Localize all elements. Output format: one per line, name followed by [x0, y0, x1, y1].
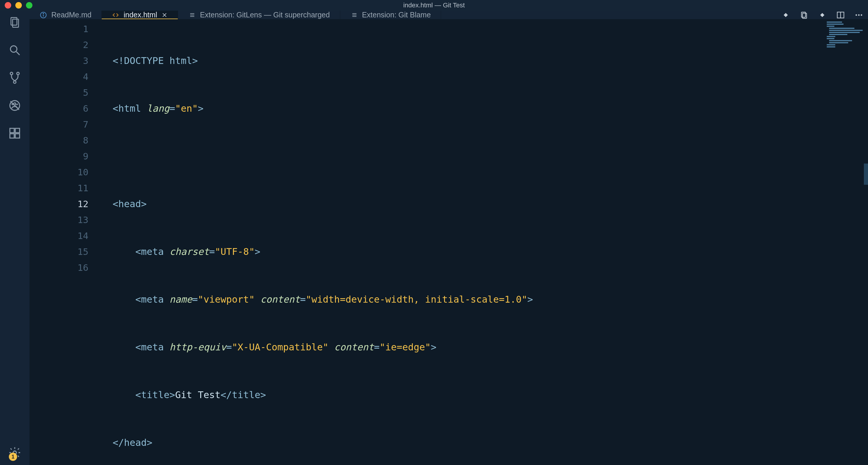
line-number: 1	[30, 21, 88, 37]
editor-main: ReadMe.md index.html Extension: GitLens …	[30, 11, 868, 465]
line-number: 7	[30, 117, 88, 132]
tab-readme[interactable]: ReadMe.md	[30, 11, 102, 19]
search-icon[interactable]	[8, 43, 22, 57]
line-number: 6	[30, 100, 88, 117]
svg-rect-26	[784, 13, 788, 17]
svg-point-17	[43, 13, 44, 14]
svg-rect-29	[820, 13, 824, 17]
line-number: 15	[30, 244, 88, 260]
window-title: index.html — Git Test	[0, 1, 868, 9]
settings-badge: 1	[9, 453, 17, 461]
line-number: 13	[30, 212, 88, 228]
code-icon	[112, 11, 119, 19]
svg-rect-13	[16, 129, 20, 133]
svg-point-2	[10, 46, 17, 52]
svg-point-33	[858, 14, 860, 15]
line-number-gutter: 1 2 3 4 5 6 7 8 9 10 11 12 13 14 15 16	[30, 19, 98, 465]
settings-gear-icon[interactable]: 1	[8, 445, 22, 460]
code-line: <meta charset="UTF-8">	[98, 244, 868, 260]
explorer-icon[interactable]	[8, 15, 22, 30]
code-area[interactable]: <!DOCTYPE html> <html lang="en"> <head> …	[98, 19, 868, 465]
svg-point-34	[861, 14, 862, 15]
line-number: 5	[30, 85, 88, 100]
editor-actions	[781, 11, 864, 19]
svg-rect-12	[16, 134, 20, 138]
tab-gitlens[interactable]: Extension: GitLens — Git supercharged	[178, 11, 340, 19]
svg-rect-10	[10, 129, 14, 133]
tab-gitblame[interactable]: Extension: Git Blame	[340, 11, 441, 19]
line-number: 11	[30, 180, 88, 196]
code-line: <title>Git Test</title>	[98, 387, 868, 403]
split-icon[interactable]	[836, 10, 846, 20]
list-icon	[188, 11, 196, 19]
overview-ruler-mark	[864, 164, 868, 185]
code-line: </head>	[98, 435, 868, 451]
line-number: 8	[30, 132, 88, 148]
line-number: 12	[30, 196, 88, 212]
tab-bar: ReadMe.md index.html Extension: GitLens …	[30, 11, 868, 19]
svg-rect-11	[10, 134, 14, 138]
svg-rect-0	[11, 18, 17, 25]
info-icon	[39, 11, 47, 19]
svg-point-9	[13, 103, 16, 105]
activity-bar: 1	[0, 11, 30, 465]
scm-icon[interactable]	[8, 71, 22, 85]
line-number: 9	[30, 148, 88, 164]
line-number: 2	[30, 37, 88, 53]
window-titlebar: index.html — Git Test	[0, 0, 868, 11]
code-line: <html lang="en">	[98, 100, 868, 117]
editor[interactable]: 1 2 3 4 5 6 7 8 9 10 11 12 13 14 15 16 <…	[30, 19, 868, 465]
svg-point-4	[10, 72, 13, 74]
tab-label: Extension: Git Blame	[362, 11, 431, 19]
svg-rect-1	[13, 19, 19, 27]
debug-icon[interactable]	[8, 98, 22, 112]
tab-label: Extension: GitLens — Git supercharged	[200, 11, 330, 19]
line-number: 10	[30, 164, 88, 180]
diamond2-icon[interactable]	[817, 10, 827, 20]
workbench: 1 ReadMe.md index.html	[0, 11, 868, 465]
extensions-icon[interactable]	[8, 126, 22, 140]
code-line: <!DOCTYPE html>	[98, 53, 868, 69]
code-line	[98, 148, 868, 164]
list-icon	[350, 11, 358, 19]
svg-point-32	[856, 14, 857, 15]
diamond-icon[interactable]	[781, 10, 791, 20]
line-number: 3	[30, 53, 88, 69]
repo-icon[interactable]	[799, 10, 809, 20]
close-icon[interactable]	[161, 12, 168, 18]
tab-label: index.html	[124, 11, 157, 19]
minimap[interactable]	[824, 19, 868, 46]
svg-point-5	[17, 72, 19, 74]
svg-line-3	[17, 52, 20, 55]
tab-label: ReadMe.md	[51, 11, 91, 19]
line-number: 16	[30, 260, 88, 275]
code-line: <head>	[98, 196, 868, 212]
line-number: 4	[30, 69, 88, 85]
code-line: <meta http-equiv="X-UA-Compatible" conte…	[98, 339, 868, 355]
tab-index-html[interactable]: index.html	[102, 11, 178, 19]
code-line: <meta name="viewport" content="width=dev…	[98, 292, 868, 307]
more-icon[interactable]	[854, 10, 864, 20]
line-number: 14	[30, 228, 88, 244]
